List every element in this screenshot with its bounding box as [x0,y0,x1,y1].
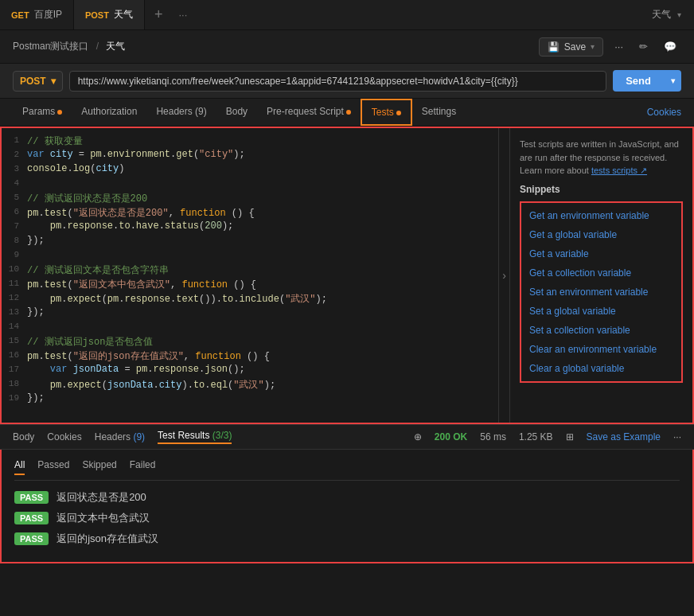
main-content: 1 // 获取变量 2 var city = pm.environment.ge… [0,127,694,424]
method-select[interactable]: POST ▾ [13,71,63,92]
url-bar: POST ▾ https://www.yiketianqi.com/free/w… [0,64,694,99]
tab-prerequest[interactable]: Pre-request Script [257,99,361,125]
tab-headers[interactable]: Headers (9) [146,99,216,125]
tab-tests[interactable]: Tests [361,99,412,126]
test-label-3: 返回的json存在值武汉 [57,532,158,546]
test-results-badge: (3/3) [212,430,232,441]
code-editor[interactable]: 1 // 获取变量 2 var city = pm.environment.ge… [2,128,498,423]
snippet-item-set-env-var[interactable]: Set an environment variable [521,283,681,302]
header-actions: 💾 Save ▾ ··· ✏ 💬 [539,37,681,57]
code-line-10: 10 // 测试返回文本是否包含字符串 [2,263,498,278]
code-line-16: 16 pm.test("返回的json存在值武汉", function () { [2,349,498,364]
status-more-icon[interactable]: ··· [673,431,681,443]
snippet-item-global-var[interactable]: Get a global variable [521,225,681,244]
save-chevron[interactable]: ▾ [591,42,595,51]
breadcrumb-sep: / [96,41,99,52]
tab-more-button[interactable]: ··· [172,9,193,21]
method-label-get: GET [11,10,29,20]
code-line-5: 5 // 测试返回状态是否是200 [2,192,498,206]
send-label: Send [613,75,664,87]
tab-body[interactable]: Body [216,99,257,125]
test-label-2: 返回文本中包含武汉 [57,511,150,525]
params-dot [57,110,62,115]
snippets-title: Snippets [520,184,683,195]
code-line-14: 14 [2,321,498,335]
snippet-item-set-global-var[interactable]: Set a global variable [521,302,681,321]
breadcrumb-root: Postman测试接口 [13,41,88,52]
snippet-item-set-collection-var[interactable]: Set a collection variable [521,321,681,340]
bottom-tab-cookies[interactable]: Cookies [47,431,81,443]
bottom-tab-test-results[interactable]: Test Results (3/3) [158,430,232,444]
filter-tab-failed[interactable]: Failed [130,459,156,475]
code-line-8: 8 }); [2,235,498,249]
code-line-19: 19 }); [2,392,498,407]
test-filter-tabs: All Passed Skipped Failed [14,459,680,481]
panel-toggle[interactable]: › [498,128,509,423]
code-line-6: 6 pm.test("返回状态是否是200", function () { [2,206,498,220]
status-icon: ⊕ [414,431,422,443]
method-label-post: POST [85,10,109,20]
snippet-description: Test scripts are written in JavaScript, … [520,138,683,177]
snippet-item-collection-var[interactable]: Get a collection variable [521,263,681,283]
save-button[interactable]: 💾 Save ▾ [539,37,603,57]
tab-label-baidu: 百度IP [34,8,62,21]
method-value: POST [20,76,46,87]
url-input[interactable]: https://www.yiketianqi.com/free/week?une… [69,71,607,92]
response-time: 56 ms [480,431,506,443]
sub-tabs: Params Authorization Headers (9) Body Pr… [0,99,694,127]
status-code: 200 OK [435,431,467,443]
pass-badge-2: PASS [14,512,49,524]
edit-icon[interactable]: ✏ [634,37,653,56]
bottom-tab-body[interactable]: Body [13,431,34,443]
comment-icon[interactable]: 💬 [659,37,681,56]
send-chevron[interactable]: ▾ [665,76,681,85]
send-button[interactable]: Send ▾ [613,70,681,92]
cookies-button[interactable]: Cookies [647,107,681,118]
breadcrumb: Postman测试接口 / 天气 [13,40,125,53]
new-tab-button[interactable]: + [145,6,173,23]
headers-badge: (9) [133,431,145,443]
test-results-section: All Passed Skipped Failed PASS 返回状态是否是20… [0,450,694,563]
save-example-icon: ⊞ [566,431,574,443]
code-line-4: 4 [2,177,498,192]
save-label: Save [564,41,586,53]
tab-post-weather[interactable]: POST 天气 [74,0,145,29]
prerequest-dot [346,110,351,115]
tab-get-baidu[interactable]: GET 百度IP [0,0,74,29]
code-line-15: 15 // 测试返回json是否包含值 [2,335,498,349]
save-example-button[interactable]: Save as Example [587,431,661,443]
code-line-9: 9 [2,249,498,263]
test-item-2: PASS 返回文本中包含武汉 [14,511,680,525]
filter-tab-all[interactable]: All [14,459,25,475]
pass-badge-1: PASS [14,491,49,504]
response-size: 1.25 KB [519,431,553,443]
code-line-3: 3 console.log(city) [2,163,498,177]
tab-right-chevron[interactable]: ▾ [677,10,681,19]
test-item-3: PASS 返回的json存在值武汉 [14,532,680,546]
tab-settings[interactable]: Settings [412,99,466,125]
header-bar: Postman测试接口 / 天气 💾 Save ▾ ··· ✏ 💬 [0,30,694,64]
top-tabbar: GET 百度IP POST 天气 + ··· 天气 ▾ [0,0,694,30]
code-line-18: 18 pm.expect(jsonData.city).to.eql("武汉")… [2,378,498,392]
tab-right-label: 天气 ▾ [639,8,694,21]
save-icon: 💾 [548,41,559,53]
tab-params[interactable]: Params [13,99,72,125]
snippets-list: Get an environment variable Get a global… [520,201,683,383]
tab-label-weather: 天气 [114,8,133,21]
code-line-11: 11 pm.test("返回文本中包含武汉", function () { [2,278,498,292]
code-line-7: 7 pm.response.to.have.status(200); [2,220,498,235]
snippet-item-clear-env-var[interactable]: Clear an environment variable [521,340,681,359]
more-icon[interactable]: ··· [610,37,628,56]
snippet-item-env-var[interactable]: Get an environment variable [521,206,681,225]
filter-tab-passed[interactable]: Passed [37,459,69,475]
code-line-2: 2 var city = pm.environment.get("city"); [2,149,498,163]
breadcrumb-current: 天气 [106,41,125,52]
bottom-tab-headers[interactable]: Headers (9) [95,431,145,443]
test-label-1: 返回状态是否是200 [57,490,146,505]
filter-tab-skipped[interactable]: Skipped [82,459,116,475]
tests-scripts-link[interactable]: tests scripts ↗ [591,166,647,175]
snippet-item-clear-global-var[interactable]: Clear a global variable [521,359,681,378]
code-line-17: 17 var jsonData = pm.response.json(); [2,364,498,378]
snippet-item-var[interactable]: Get a variable [521,244,681,263]
tab-authorization[interactable]: Authorization [72,99,146,125]
